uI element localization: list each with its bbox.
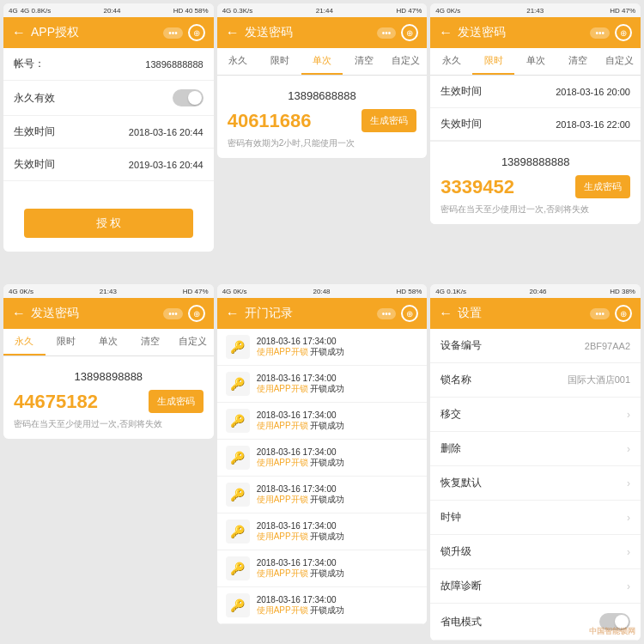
target-button-4[interactable]: ⊕ [188, 305, 205, 322]
battery-6: HD 38% [610, 288, 635, 295]
settings-restore[interactable]: 恢复默认 › [430, 466, 641, 501]
generate-button-3[interactable]: 生成密码 [575, 175, 630, 198]
tab-once-4[interactable]: 单次 [88, 329, 130, 355]
password-section-2: 13898688888 40611686 生成密码 密码有效期为2小时,只能使用… [217, 76, 428, 158]
more-button-5[interactable]: ••• [377, 308, 397, 319]
tab-clear-4[interactable]: 清空 [130, 329, 172, 355]
header-title-1: APP授权 [31, 25, 163, 40]
screen-app-auth: 4G 4G 0.8K/s 20:44 HD 40 58% ← APP授权 •••… [3, 3, 214, 252]
account-row: 帐号： 13896888888 [3, 48, 214, 81]
expire-row: 失效时间 2019-03-16 20:44 [3, 149, 214, 181]
tab-permanent-2[interactable]: 永久 [217, 48, 259, 75]
settings-label-diagnose: 故障诊断 [440, 579, 623, 593]
password-value-4: 44675182 [14, 391, 142, 413]
settings-label-delete: 删除 [440, 441, 623, 456]
effective-value: 2018-03-16 20:44 [129, 127, 204, 137]
log-list: 🔑 2018-03-16 17:34:00 使用APP开锁 开锁成功 🔑 201… [217, 329, 428, 624]
back-button-5[interactable]: ← [226, 306, 240, 321]
tab-once-2[interactable]: 单次 [301, 48, 343, 75]
settings-lock-name[interactable]: 锁名称 国际大酒店001 [430, 363, 641, 398]
settings-label-restore: 恢复默认 [440, 476, 623, 490]
more-button-3[interactable]: ••• [590, 27, 610, 39]
header-6: ← 设置 ••• ⊕ [430, 298, 641, 329]
settings-diagnose[interactable]: 故障诊断 › [430, 569, 641, 604]
target-button-3[interactable]: ⊕ [615, 24, 632, 41]
tabs-3: 永久 限时 单次 清空 自定义 [430, 48, 641, 76]
log-text-5: 2018-03-16 17:34:00 使用APP开锁 开锁成功 [257, 484, 345, 506]
back-button-6[interactable]: ← [439, 306, 453, 321]
log-text-4: 2018-03-16 17:34:00 使用APP开锁 开锁成功 [257, 447, 345, 469]
speed-3: 4G 0K/s [435, 7, 460, 15]
settings-upgrade[interactable]: 锁升级 › [430, 535, 641, 569]
tab-clear-2[interactable]: 清空 [343, 48, 385, 75]
settings-device-id[interactable]: 设备编号 2BF97AA2 [430, 329, 641, 363]
log-icon-2: 🔑 [226, 372, 250, 396]
header-5: ← 开门记录 ••• ⊕ [217, 298, 428, 329]
target-button-5[interactable]: ⊕ [401, 305, 418, 322]
status-bar-1: 4G 4G 0.8K/s 20:44 HD 40 58% [3, 3, 214, 17]
password-row-2: 40611686 生成密码 [228, 106, 417, 136]
permanent-row: 永久有效 [3, 81, 214, 116]
screen-send-pwd-once: 4G 0.3K/s 21:44 HD 47% ← 发送密码 ••• ⊕ 永久 限… [217, 3, 428, 158]
header-3: ← 发送密码 ••• ⊕ [430, 17, 641, 48]
tab-limited-4[interactable]: 限时 [46, 329, 88, 355]
status-left-1: 4G 4G 0.8K/s [9, 7, 51, 15]
target-button-6[interactable]: ⊕ [615, 305, 632, 322]
settings-power-save: 省电模式 [430, 604, 641, 641]
tab-permanent-3[interactable]: 永久 [430, 48, 472, 75]
tab-custom-4[interactable]: 自定义 [172, 329, 214, 355]
log-item-3: 🔑 2018-03-16 17:34:00 使用APP开锁 开锁成功 [217, 403, 428, 440]
generate-button-4[interactable]: 生成密码 [149, 390, 204, 413]
target-button-1[interactable]: ⊕ [188, 24, 205, 41]
more-button-6[interactable]: ••• [590, 308, 610, 319]
log-icon-3: 🔑 [226, 409, 250, 433]
settings-transfer[interactable]: 移交 › [430, 398, 641, 432]
power-save-toggle[interactable] [599, 613, 630, 630]
log-item-1: 🔑 2018-03-16 17:34:00 使用APP开锁 开锁成功 [217, 329, 428, 366]
tab-custom-2[interactable]: 自定义 [385, 48, 427, 75]
settings-value-device: 2BF97AA2 [585, 341, 630, 351]
time-6: 20:46 [530, 288, 547, 295]
back-button-1[interactable]: ← [12, 25, 26, 40]
password-hint-4: 密码在当天至少使用过一次,否则将失效 [14, 416, 204, 432]
back-button-3[interactable]: ← [439, 25, 453, 40]
back-button-4[interactable]: ← [12, 306, 26, 321]
screen-send-pwd-limited: 4G 0K/s 21:43 HD 47% ← 发送密码 ••• ⊕ 永久 限时 … [430, 3, 641, 224]
tab-limited-3[interactable]: 限时 [472, 48, 514, 75]
tab-limited-2[interactable]: 限时 [259, 48, 301, 75]
tab-once-3[interactable]: 单次 [514, 48, 556, 75]
header-title-2: 发送密码 [245, 25, 377, 40]
more-button-2[interactable]: ••• [377, 27, 397, 39]
tab-custom-3[interactable]: 自定义 [598, 48, 641, 75]
permanent-toggle[interactable] [173, 89, 204, 106]
password-row-3: 3339452 生成密码 [440, 172, 630, 202]
effective-label: 生效时间 [14, 125, 129, 139]
header-title-6: 设置 [458, 306, 590, 321]
battery-1: HD 40 58% [173, 7, 209, 15]
authorize-button[interactable]: 授 权 [24, 209, 193, 238]
time-3: 21:43 [526, 7, 544, 15]
log-icon-8: 🔑 [226, 593, 250, 617]
password-hint-3: 密码在当天至少使用过一次,否则将失效 [440, 202, 630, 217]
more-button-4[interactable]: ••• [163, 308, 183, 319]
battery-4: HD 47% [183, 288, 209, 295]
settings-label-device: 设备编号 [440, 338, 584, 353]
back-button-2[interactable]: ← [226, 25, 240, 40]
effective-row: 生效时间 2018-03-16 20:44 [3, 116, 214, 149]
log-icon-4: 🔑 [226, 446, 250, 470]
speed-5: 4G 0K/s [222, 288, 247, 295]
more-button-1[interactable]: ••• [163, 27, 183, 39]
settings-clock[interactable]: 时钟 › [430, 501, 641, 535]
log-text-3: 2018-03-16 17:34:00 使用APP开锁 开锁成功 [257, 410, 345, 432]
form-auth: 帐号： 13896888888 永久有效 生效时间 2018-03-16 20:… [3, 48, 214, 252]
tab-permanent-4[interactable]: 永久 [3, 329, 46, 355]
arrow-diagnose: › [627, 580, 630, 592]
tab-clear-3[interactable]: 清空 [556, 48, 598, 75]
generate-button-2[interactable]: 生成密码 [361, 109, 416, 132]
target-button-2[interactable]: ⊕ [401, 24, 418, 41]
settings-list: 设备编号 2BF97AA2 锁名称 国际大酒店001 移交 › 删除 › 恢复默… [430, 329, 641, 641]
settings-delete[interactable]: 删除 › [430, 432, 641, 466]
screen-settings: 4G 0.1K/s 20:46 HD 38% ← 设置 ••• ⊕ 设备编号 2… [430, 284, 641, 641]
speed-text-1: 4G 0.8K/s [21, 7, 52, 15]
settings-label-powersave: 省电模式 [440, 615, 599, 629]
